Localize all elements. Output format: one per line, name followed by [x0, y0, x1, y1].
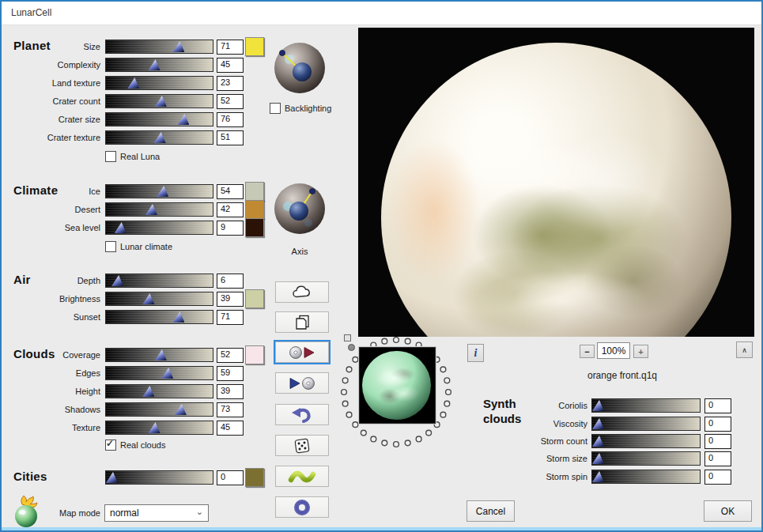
undo-button[interactable] — [275, 404, 329, 425]
height-value[interactable]: 39 — [217, 384, 244, 399]
edges-slider[interactable] — [105, 366, 213, 380]
zoom-in-button[interactable]: + — [633, 345, 648, 358]
random-dice-button[interactable] — [275, 435, 329, 456]
land-texture-value[interactable]: 23 — [217, 76, 244, 91]
slider-thumb[interactable] — [106, 472, 118, 483]
slider-thumb[interactable] — [592, 453, 604, 464]
texture-value[interactable]: 45 — [217, 421, 244, 436]
crater-count-value[interactable]: 52 — [217, 94, 244, 109]
viscosity-value[interactable]: 0 — [704, 417, 731, 432]
sunset-slider[interactable] — [105, 310, 213, 324]
desert-color-swatch[interactable] — [245, 200, 264, 219]
ice-slider[interactable] — [105, 184, 213, 198]
sea-level-value[interactable]: 9 — [217, 221, 244, 236]
coverage-slider[interactable] — [105, 348, 213, 362]
slider-thumb[interactable] — [127, 77, 139, 89]
brightness-color-swatch[interactable] — [245, 289, 264, 308]
slider-thumb[interactable] — [115, 222, 127, 233]
complexity-value[interactable]: 45 — [217, 58, 244, 73]
sea-level-slider[interactable] — [105, 221, 213, 235]
slider-thumb[interactable] — [111, 275, 123, 286]
slider-thumb[interactable] — [175, 404, 187, 415]
light-direction-trackball[interactable] — [273, 41, 327, 95]
slider-thumb[interactable] — [142, 386, 154, 397]
slider-thumb[interactable] — [145, 204, 157, 215]
slider-thumb[interactable] — [161, 368, 173, 379]
depth-value[interactable]: 6 — [217, 274, 244, 289]
ring-handle-dot[interactable] — [348, 344, 355, 351]
shadows-value[interactable]: 73 — [217, 402, 244, 417]
sunset-value[interactable]: 71 — [217, 310, 244, 325]
size-value[interactable]: 71 — [217, 40, 244, 55]
lunar-climate-checkbox[interactable] — [105, 241, 116, 252]
map-mode-select[interactable]: normal ⌄ — [104, 504, 209, 522]
slider-thumb[interactable] — [172, 311, 184, 323]
zoom-level[interactable]: 100% — [597, 342, 630, 359]
edges-value[interactable]: 59 — [217, 366, 244, 381]
info-button[interactable]: i — [467, 344, 484, 362]
sea-level-color-swatch[interactable] — [245, 218, 264, 237]
real-luna-checkbox[interactable] — [105, 151, 116, 162]
render-play-button[interactable] — [275, 341, 329, 363]
slider-thumb[interactable] — [142, 293, 154, 304]
coverage-value[interactable]: 52 — [217, 348, 244, 363]
coriolis-value[interactable]: 0 — [704, 398, 731, 413]
complexity-slider[interactable] — [105, 58, 213, 72]
cities-slider[interactable] — [105, 470, 213, 485]
slider-thumb[interactable] — [154, 132, 166, 143]
real-clouds-checkbox[interactable] — [105, 440, 116, 451]
cities-value[interactable]: 0 — [217, 470, 244, 485]
cancel-button[interactable]: Cancel — [466, 500, 515, 522]
texture-slider[interactable] — [105, 421, 213, 435]
brightness-slider[interactable] — [105, 292, 213, 306]
slider-thumb[interactable] — [157, 186, 168, 197]
shadows-slider[interactable] — [105, 402, 213, 417]
ice-value[interactable]: 54 — [217, 184, 244, 199]
flaming-pear-logo[interactable] — [11, 495, 43, 530]
ring-handle-square[interactable] — [344, 334, 351, 341]
slider-thumb[interactable] — [149, 422, 161, 433]
storm-spin-slider[interactable] — [591, 470, 701, 484]
storm-count-value[interactable]: 0 — [704, 434, 731, 449]
wave-button[interactable] — [275, 466, 329, 487]
brightness-value[interactable]: 39 — [217, 292, 244, 307]
viscosity-slider[interactable] — [591, 417, 701, 431]
ok-button[interactable]: OK — [704, 500, 752, 522]
slider-thumb[interactable] — [592, 400, 604, 411]
land-texture-slider[interactable] — [105, 76, 213, 90]
collapse-button[interactable]: ∧ — [736, 341, 753, 358]
crater-count-slider[interactable] — [105, 94, 213, 108]
axis-trackball[interactable] — [273, 182, 327, 236]
slider-thumb[interactable] — [177, 114, 189, 125]
slider-thumb[interactable] — [155, 96, 167, 107]
slider-thumb[interactable] — [592, 436, 604, 447]
planet-thumbnail[interactable] — [359, 347, 436, 424]
slider-thumb[interactable] — [149, 59, 161, 70]
crater-size-value[interactable]: 76 — [217, 112, 244, 127]
zoom-out-button[interactable]: − — [580, 345, 595, 358]
storm-size-slider[interactable] — [591, 451, 701, 466]
slider-thumb[interactable] — [155, 349, 167, 360]
planet-preview[interactable] — [358, 28, 754, 337]
cloud-button[interactable] — [275, 281, 329, 303]
height-slider[interactable] — [105, 384, 213, 398]
play-disc-button[interactable] — [275, 372, 329, 394]
copy-button[interactable] — [275, 311, 329, 333]
size-slider[interactable] — [105, 40, 213, 54]
slider-thumb[interactable] — [592, 471, 604, 482]
ice-color-swatch[interactable] — [245, 182, 264, 201]
storm-size-value[interactable]: 0 — [704, 451, 731, 466]
crater-texture-value[interactable]: 51 — [217, 130, 244, 145]
depth-slider[interactable] — [105, 274, 213, 288]
coverage-color-swatch[interactable] — [245, 345, 264, 364]
storm-count-slider[interactable] — [591, 434, 701, 448]
slider-thumb[interactable] — [592, 418, 604, 429]
size-color-swatch[interactable] — [245, 37, 264, 56]
backlighting-checkbox[interactable] — [270, 103, 281, 114]
cities-color-swatch[interactable] — [245, 468, 264, 487]
desert-slider[interactable] — [105, 202, 213, 217]
slider-thumb[interactable] — [172, 41, 184, 52]
coriolis-slider[interactable] — [591, 398, 701, 413]
storm-spin-value[interactable]: 0 — [704, 470, 731, 485]
crater-texture-slider[interactable] — [105, 130, 213, 145]
